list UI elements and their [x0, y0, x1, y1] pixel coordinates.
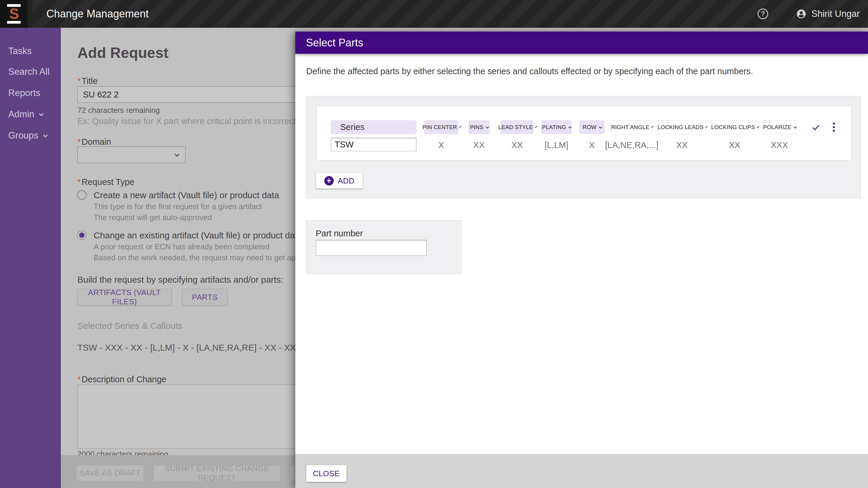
- logo-s-glyph: S: [9, 7, 18, 21]
- chevron-down-icon: [652, 126, 654, 128]
- callout-label: ROW: [582, 124, 596, 130]
- add-series-button[interactable]: + ADD: [316, 173, 363, 188]
- callout-dropdown-right-angle[interactable]: RIGHT ANGLE: [611, 120, 652, 134]
- radio-subtext: Based on the work needed, the request ma…: [94, 253, 319, 262]
- sidebar-item-groups[interactable]: Groups: [8, 128, 46, 143]
- selected-series-heading: Selected Series & Callouts: [78, 321, 182, 331]
- radio-subtext: This type is for the first request for a…: [94, 202, 262, 211]
- callout-label: RIGHT ANGLE: [611, 124, 649, 130]
- callout-dropdown-pin-center[interactable]: PIN CENTER: [424, 120, 458, 134]
- kebab-dot: [833, 130, 835, 132]
- callout-dropdown-plating[interactable]: PLATING: [541, 120, 571, 134]
- parts-button[interactable]: PARTS: [182, 289, 227, 305]
- chevron-down-icon: [568, 125, 571, 128]
- title-label: *Title: [78, 76, 97, 86]
- callout-label: LOCKING LEADS: [657, 124, 704, 130]
- domain-select[interactable]: [78, 147, 185, 163]
- part-number-label: Part number: [316, 228, 363, 238]
- required-asterisk: *: [78, 374, 81, 384]
- title-chars-remaining: 72 characters remaining: [78, 106, 160, 115]
- radio-subtext: The request will get auto-approved: [94, 213, 212, 222]
- topbar: S Change Management ? Shirit Ungar: [0, 0, 868, 28]
- kebab-dot: [833, 126, 835, 128]
- sidebar-item-reports[interactable]: Reports: [8, 86, 40, 100]
- user-icon: [796, 8, 807, 19]
- callout-label: PLATING: [542, 124, 566, 130]
- sidebar-item-label: Search All: [8, 66, 50, 77]
- samtec-logo-icon: S: [0, 0, 28, 28]
- chevron-down-icon: [794, 125, 797, 128]
- callout-label: PIN CENTER: [422, 124, 457, 130]
- series-row-card: Series PIN CENTER PINS LEAD STYLE PLATIN…: [316, 106, 851, 160]
- required-asterisk: *: [78, 137, 81, 147]
- chevron-down-icon: [459, 126, 461, 128]
- close-button[interactable]: CLOSE: [306, 465, 346, 482]
- callout-label: POLARIZE: [763, 124, 792, 130]
- radio-label: Change an existing artifact (Vault file)…: [94, 231, 303, 240]
- sidebar-item-label: Reports: [8, 88, 40, 98]
- chevron-down-icon: [706, 126, 708, 128]
- radio-button-icon[interactable]: [77, 190, 87, 200]
- artifacts-vault-files-button[interactable]: ARTIFACTS (VAULT FILES): [78, 289, 172, 305]
- row-menu-button[interactable]: [829, 120, 838, 134]
- page-title: Add Request: [78, 44, 168, 61]
- add-button-label: ADD: [338, 176, 355, 185]
- callout-value-polarize: XXX: [747, 138, 812, 152]
- user-name: Shirit Ungar: [811, 8, 860, 19]
- callout-label: LEAD STYLE: [498, 124, 533, 130]
- callout-dropdown-lead-style[interactable]: LEAD STYLE: [501, 120, 534, 134]
- sidebar-item-label: Admin: [8, 109, 34, 120]
- chevron-down-icon: [175, 152, 180, 157]
- chevron-down-icon: [39, 111, 44, 116]
- selected-series-value: TSW - XXX - XX - [L,LM] - X - [LA,NE,RA,…: [78, 343, 321, 353]
- callout-dropdown-row[interactable]: ROW: [579, 120, 604, 134]
- request-type-label: *Request Type: [78, 177, 134, 187]
- confirm-row-button[interactable]: [809, 120, 823, 134]
- build-request-text: Build the request by specifying artifact…: [78, 275, 283, 285]
- part-number-panel: Part number: [306, 220, 462, 274]
- domain-label: *Domain: [78, 137, 111, 147]
- request-type-label-text: Request Type: [82, 177, 134, 187]
- help-icon[interactable]: ?: [757, 8, 768, 19]
- callout-label: LOCKING CLIPS: [711, 124, 755, 130]
- sidebar-item-tasks[interactable]: Tasks: [8, 44, 32, 59]
- submit-existing-change-request-button[interactable]: SUBMIT EXISTING CHANGE REQUEST: [154, 465, 280, 481]
- user-menu[interactable]: Shirit Ungar: [796, 0, 860, 28]
- domain-label-text: Domain: [82, 137, 111, 147]
- modal-footer: CLOSE: [295, 454, 868, 488]
- select-parts-modal: Select Parts Define the affected parts b…: [295, 32, 868, 488]
- sidebar-item-search-all[interactable]: Search All: [8, 64, 50, 79]
- plus-circle-icon: +: [324, 176, 334, 185]
- chevron-down-icon: [757, 126, 759, 128]
- chevron-down-icon: [43, 133, 48, 138]
- callout-dropdown-locking-clips[interactable]: LOCKING CLIPS: [711, 120, 758, 134]
- chevron-down-icon: [486, 125, 489, 128]
- series-callouts-panel: Series PIN CENTER PINS LEAD STYLE PLATIN…: [306, 96, 861, 199]
- sidebar-item-label: Groups: [8, 130, 38, 141]
- radio-button-selected-icon[interactable]: [77, 231, 87, 240]
- sidebar-item-label: Tasks: [8, 46, 32, 56]
- screen: S Change Management ? Shirit Ungar Tasks…: [0, 0, 868, 488]
- callout-dropdown-pins[interactable]: PINS: [468, 120, 490, 134]
- modal-description: Define the affected parts by either sele…: [306, 66, 753, 76]
- save-as-draft-button[interactable]: SAVE AS DRAFT: [77, 465, 144, 481]
- check-icon: [811, 123, 821, 132]
- series-input[interactable]: [331, 138, 416, 151]
- description-label: *Description of Change: [78, 374, 166, 384]
- callout-dropdown-polarize[interactable]: POLARIZE: [763, 120, 796, 134]
- title-hint: Ex: Quality issue for X part where criti…: [78, 116, 296, 126]
- radio-subtext: A prior request or ECN has already been …: [94, 242, 269, 251]
- sidebar: Tasks Search All Reports Admin Groups: [0, 28, 61, 488]
- part-number-input[interactable]: [316, 240, 427, 256]
- chevron-down-icon: [599, 125, 602, 128]
- title-label-text: Title: [82, 76, 97, 86]
- app-title: Change Management: [46, 0, 149, 28]
- samtec-logo-inner: S: [7, 4, 21, 24]
- required-asterisk: *: [78, 177, 81, 187]
- radio-label: Create a new artifact (Vault file) or pr…: [94, 190, 279, 200]
- sidebar-item-admin[interactable]: Admin: [8, 107, 42, 122]
- series-header-chip: Series: [331, 120, 416, 134]
- description-label-text: Description of Change: [82, 374, 166, 384]
- callout-dropdown-locking-leads[interactable]: LOCKING LEADS: [658, 120, 706, 134]
- chevron-down-icon: [535, 126, 537, 128]
